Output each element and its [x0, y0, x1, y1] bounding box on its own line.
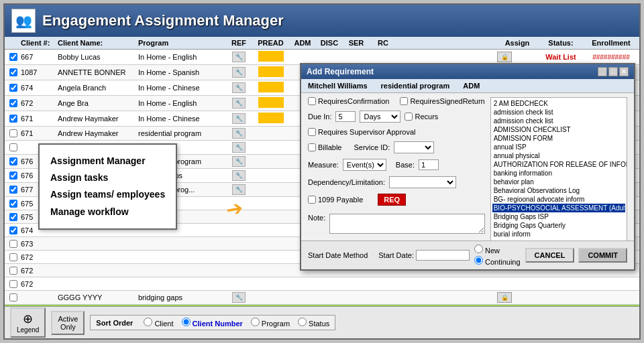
- note-textarea[interactable]: [329, 214, 484, 234]
- measure-select[interactable]: Event(s) Hours: [343, 159, 386, 171]
- row-checkbox-cell[interactable]: [6, 267, 21, 275]
- payable-label[interactable]: 1099 Payable: [308, 196, 363, 204]
- commit-button[interactable]: COMMIT: [578, 248, 627, 263]
- row-checkbox[interactable]: [9, 143, 17, 151]
- table-row[interactable]: GGGG YYYY bridging gaps 🔧 🔒: [5, 291, 639, 305]
- cancel-button[interactable]: CANCEL: [525, 248, 575, 263]
- row-checkbox[interactable]: [9, 157, 17, 165]
- requires-confirmation-label[interactable]: RequiresConfirmation: [308, 97, 389, 105]
- supervisor-label[interactable]: Requires Supervisor Approval: [308, 128, 416, 136]
- table-row[interactable]: 673 GGGG YYYY residential program 🔧 🔒: [5, 305, 639, 306]
- base-input[interactable]: [419, 159, 439, 170]
- row-checkbox-cell[interactable]: [6, 186, 21, 194]
- active-only-button[interactable]: ActiveOnly: [51, 311, 85, 335]
- requirement-list-item[interactable]: Bridging Gaps Quarterly: [492, 221, 625, 230]
- row-checkbox-cell[interactable]: [6, 115, 21, 123]
- row-checkbox-cell[interactable]: [6, 253, 21, 261]
- row-checkbox[interactable]: [9, 99, 17, 107]
- requires-confirmation-checkbox[interactable]: [308, 97, 316, 105]
- billable-checkbox[interactable]: [308, 143, 316, 151]
- row-checkbox-cell[interactable]: [6, 240, 21, 248]
- row-checkbox-cell[interactable]: [6, 293, 21, 301]
- row-checkbox[interactable]: [9, 280, 17, 288]
- requirement-list-item[interactable]: BIO-PSYCHOSOCIAL ASSESSMENT (Adult): [492, 204, 625, 212]
- row-checkbox[interactable]: [9, 53, 17, 61]
- requirement-list-item[interactable]: ADMISSION FORM: [492, 134, 625, 143]
- row-checkbox-cell[interactable]: [6, 84, 21, 92]
- continuing-radio-label[interactable]: Continuing: [474, 256, 521, 266]
- assign-button[interactable]: 🔒: [497, 52, 512, 62]
- due-in-input[interactable]: [335, 111, 356, 122]
- row-checkbox-cell[interactable]: [6, 68, 21, 76]
- sort-status-radio[interactable]: [298, 318, 307, 326]
- sort-status-label[interactable]: Status: [298, 318, 329, 328]
- recurs-checkbox[interactable]: [405, 113, 413, 121]
- requires-signed-checkbox[interactable]: [400, 97, 408, 105]
- row-checkbox-cell[interactable]: [6, 53, 21, 61]
- requirement-list-item[interactable]: annual physical: [492, 151, 625, 160]
- sort-client-num-label[interactable]: Client Number: [182, 318, 243, 328]
- sort-program-radio[interactable]: [251, 318, 260, 326]
- row-checkbox[interactable]: [9, 68, 17, 76]
- requirement-list[interactable]: 2 AM BEDCHECKadmission check listadmissi…: [490, 97, 627, 247]
- service-id-select[interactable]: [394, 141, 434, 153]
- requirement-list-item[interactable]: Bridging Gaps ISP: [492, 212, 625, 221]
- requirement-list-item[interactable]: burial inform: [492, 230, 625, 238]
- row-checkbox-cell[interactable]: [6, 226, 21, 234]
- days-select[interactable]: Days Weeks Months: [360, 111, 400, 123]
- cell-assign[interactable]: 🔒: [497, 52, 537, 62]
- sort-client-num-radio[interactable]: [182, 318, 191, 326]
- continuing-radio[interactable]: [474, 256, 483, 265]
- row-checkbox[interactable]: [9, 267, 17, 275]
- row-checkbox[interactable]: [9, 172, 17, 180]
- requirement-list-item[interactable]: admission check list: [492, 108, 625, 117]
- requirement-list-item[interactable]: BG- regioonal advocate inform: [492, 195, 625, 204]
- row-checkbox-cell[interactable]: [6, 213, 21, 221]
- row-checkbox[interactable]: [9, 240, 17, 248]
- row-checkbox-cell[interactable]: [6, 99, 21, 107]
- requirement-list-item[interactable]: annual ISP: [492, 143, 625, 151]
- req-button[interactable]: REQ: [378, 194, 406, 206]
- row-checkbox[interactable]: [9, 226, 17, 234]
- requires-signed-label[interactable]: RequiresSignedReturn: [400, 97, 484, 105]
- row-checkbox[interactable]: [9, 253, 17, 261]
- requirement-list-item[interactable]: banking information: [492, 169, 625, 178]
- start-date-input[interactable]: [416, 250, 470, 261]
- requirement-list-item[interactable]: AUTHORIZATION FOR RELEASE OF INFORMATION: [492, 160, 625, 169]
- table-row[interactable]: 672: [5, 277, 639, 291]
- row-checkbox-cell[interactable]: [6, 157, 21, 165]
- requirement-list-item[interactable]: admission check list: [492, 117, 625, 125]
- row-checkbox[interactable]: [9, 293, 17, 301]
- dependency-select[interactable]: [389, 176, 456, 188]
- row-checkbox-cell[interactable]: [6, 172, 21, 180]
- row-checkbox[interactable]: [9, 129, 17, 137]
- requirement-list-item[interactable]: 2 AM BEDCHECK: [492, 99, 625, 108]
- assign-button[interactable]: 🔒: [497, 292, 512, 303]
- payable-checkbox[interactable]: [308, 196, 316, 204]
- dialog-minimize-btn[interactable]: _: [598, 67, 607, 76]
- requirement-list-item[interactable]: ADMISSION CHECKLIST: [492, 125, 625, 134]
- supervisor-checkbox[interactable]: [308, 128, 316, 136]
- recurs-label[interactable]: Recurs: [405, 113, 438, 121]
- legend-button[interactable]: ⊕ Legend: [10, 307, 46, 338]
- cell-assign[interactable]: 🔒: [497, 292, 537, 303]
- new-radio[interactable]: [474, 245, 483, 253]
- requirement-list-item[interactable]: Behavioral Observations Log: [492, 186, 625, 195]
- row-checkbox[interactable]: [9, 115, 17, 123]
- dialog-close-btn[interactable]: ✕: [619, 67, 629, 76]
- new-radio-label[interactable]: New: [474, 245, 521, 255]
- sort-client-label[interactable]: Client: [144, 318, 173, 328]
- row-checkbox-cell[interactable]: [6, 200, 21, 208]
- billable-label[interactable]: Billable: [308, 143, 341, 151]
- requirement-list-item[interactable]: behavior plan: [492, 178, 625, 186]
- sort-program-label[interactable]: Program: [251, 318, 290, 328]
- row-checkbox[interactable]: [9, 84, 17, 92]
- sort-client-radio[interactable]: [144, 318, 152, 326]
- row-checkbox-cell[interactable]: [6, 143, 21, 151]
- row-checkbox[interactable]: [9, 186, 17, 194]
- row-checkbox-cell[interactable]: [6, 280, 21, 288]
- row-checkbox[interactable]: [9, 200, 17, 208]
- dialog-maximize-btn[interactable]: □: [608, 67, 618, 76]
- row-checkbox[interactable]: [9, 213, 17, 221]
- row-checkbox-cell[interactable]: [6, 129, 21, 137]
